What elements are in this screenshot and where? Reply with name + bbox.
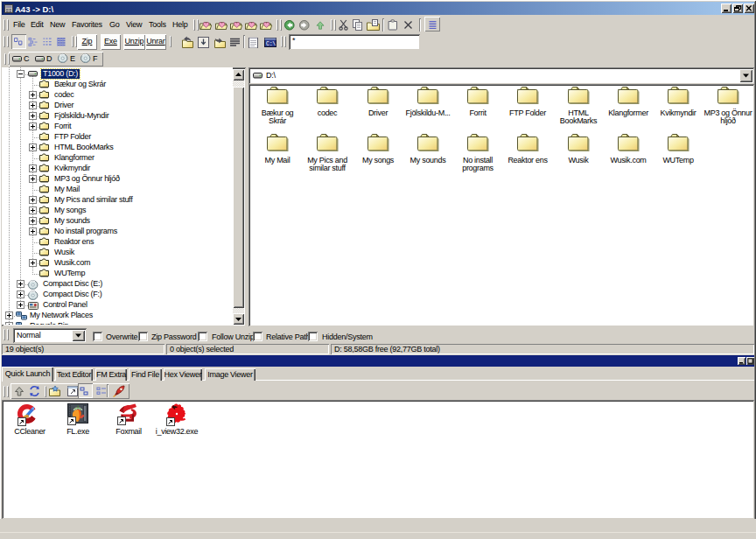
- svg-text:C:\: C:\: [266, 41, 276, 47]
